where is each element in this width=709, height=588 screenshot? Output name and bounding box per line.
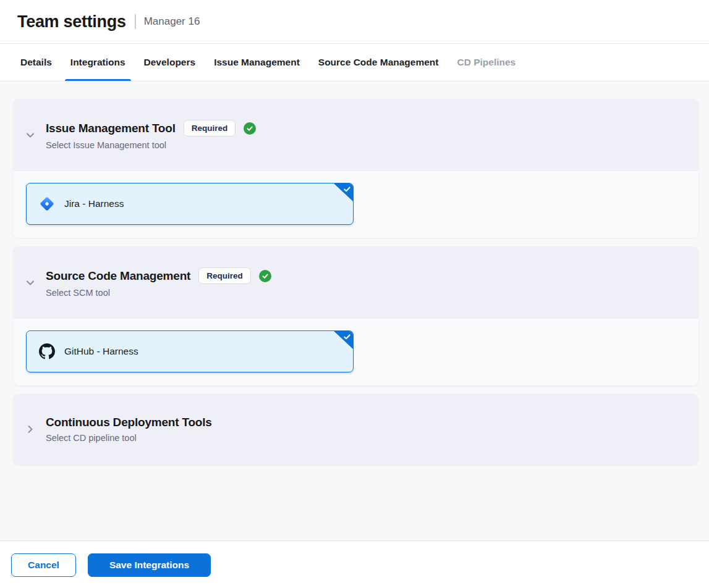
section-continuous-deployment-tools: Continuous Deployment Tools Select CD pi… bbox=[13, 394, 698, 464]
cancel-button[interactable]: Cancel bbox=[11, 553, 76, 577]
tab-bar: Details Integrations Developers Issue Ma… bbox=[0, 44, 709, 82]
integrations-panel: Issue Management Tool Required Select Is… bbox=[0, 82, 709, 540]
required-badge: Required bbox=[184, 120, 236, 136]
selected-check-icon bbox=[334, 183, 353, 201]
github-icon bbox=[39, 343, 55, 359]
section-header-scm[interactable]: Source Code Management Required Select S… bbox=[13, 246, 698, 319]
chevron-down-icon bbox=[25, 130, 35, 140]
chevron-down-icon bbox=[25, 278, 35, 288]
tab-details[interactable]: Details bbox=[15, 44, 57, 81]
section-subtitle: Select SCM tool bbox=[46, 288, 271, 298]
chevron-right-icon bbox=[25, 424, 35, 434]
section-title: Source Code Management bbox=[46, 269, 190, 283]
tab-cd-pipelines: CD Pipelines bbox=[451, 44, 521, 81]
page-subtitle: Manager 16 bbox=[144, 15, 200, 28]
section-body: Jira - Harness bbox=[13, 171, 698, 238]
section-title: Continuous Deployment Tools bbox=[46, 416, 212, 429]
footer-action-bar: Cancel Save Integrations bbox=[0, 540, 709, 588]
section-body: GitHub - Harness bbox=[13, 319, 698, 385]
tab-developers[interactable]: Developers bbox=[138, 44, 202, 81]
selected-check-icon bbox=[334, 331, 353, 349]
section-source-code-management: Source Code Management Required Select S… bbox=[13, 246, 698, 385]
check-circle-icon bbox=[244, 122, 256, 135]
section-title: Issue Management Tool bbox=[46, 122, 176, 135]
section-subtitle: Select Issue Management tool bbox=[46, 140, 256, 150]
section-issue-management-tool: Issue Management Tool Required Select Is… bbox=[13, 99, 698, 238]
title-separator bbox=[135, 14, 136, 29]
required-badge: Required bbox=[198, 267, 251, 284]
option-card-github-harness[interactable]: GitHub - Harness bbox=[26, 330, 354, 372]
check-circle-icon bbox=[259, 270, 271, 282]
save-integrations-button[interactable]: Save Integrations bbox=[88, 553, 211, 577]
section-subtitle: Select CD pipeline tool bbox=[46, 433, 212, 443]
option-card-jira-harness[interactable]: Jira - Harness bbox=[26, 183, 354, 225]
section-header-cd-tools[interactable]: Continuous Deployment Tools Select CD pi… bbox=[13, 394, 698, 464]
tab-source-code-management[interactable]: Source Code Management bbox=[313, 44, 444, 81]
option-label: Jira - Harness bbox=[64, 198, 124, 209]
tab-issue-management[interactable]: Issue Management bbox=[208, 44, 305, 81]
page-title: Team settings bbox=[17, 12, 126, 32]
option-label: GitHub - Harness bbox=[64, 346, 138, 357]
jira-icon bbox=[39, 196, 55, 212]
tab-integrations[interactable]: Integrations bbox=[65, 44, 131, 81]
section-header-issue-management[interactable]: Issue Management Tool Required Select Is… bbox=[13, 99, 698, 171]
page-header: Team settings Manager 16 bbox=[0, 0, 709, 44]
